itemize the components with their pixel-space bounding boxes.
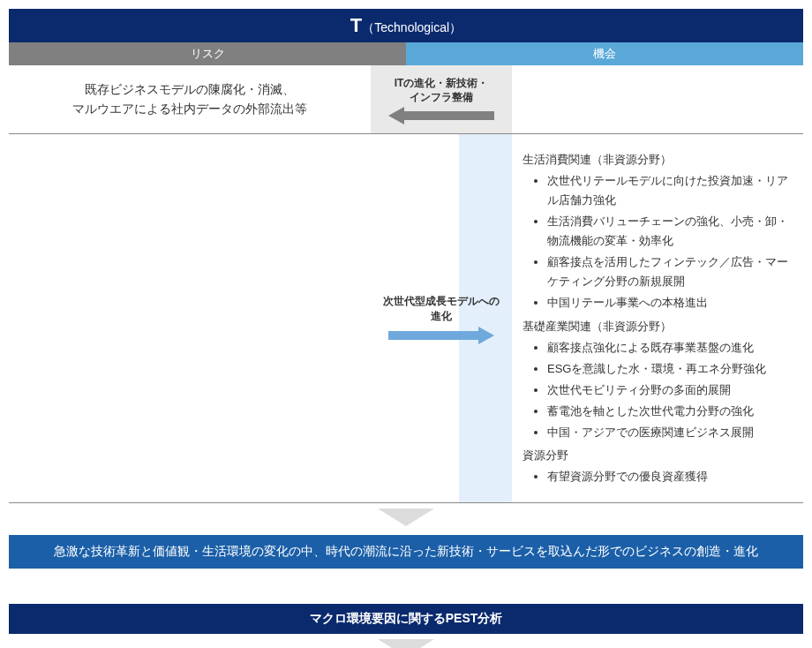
title-paren: （Technological） bbox=[362, 20, 462, 34]
category-list: 顧客接点強化による既存事業基盤の進化ESGを意識した水・環境・再エネ分野強化次世… bbox=[523, 338, 793, 442]
category-title: 基礎産業関連（非資源分野） bbox=[523, 317, 793, 336]
row-it-evolution: 既存ビジネスモデルの陳腐化・消滅、マルウエアによる社内データの外部流出等 ITの… bbox=[9, 65, 803, 134]
list-item: 蓄電池を軸とした次世代電力分野の強化 bbox=[547, 402, 793, 421]
category-list: 次世代リテールモデルに向けた投資加速・リアル店舗力強化生活消費バリューチェーンの… bbox=[523, 171, 793, 313]
row-next-gen: 次世代型成長モデルへの進化 生活消費関連（非資源分野）次世代リテールモデルに向け… bbox=[9, 134, 803, 504]
list-item: 顧客接点を活用したフィンテック／広告・マーケティング分野の新規展開 bbox=[547, 252, 793, 291]
title-abbr: T bbox=[350, 14, 362, 36]
driver-cell-2: 次世代型成長モデルへの進化 bbox=[371, 134, 512, 503]
down-triangle-icon bbox=[378, 509, 434, 526]
list-item: 中国・アジアでの医療関連ビジネス展開 bbox=[547, 423, 793, 442]
list-item: 次世代リテールモデルに向けた投資加速・リアル店舗力強化 bbox=[547, 171, 793, 210]
subheader-row: リスク 機会 bbox=[9, 42, 803, 65]
arrow-right-icon bbox=[388, 328, 494, 343]
opportunity-cell-1 bbox=[512, 65, 803, 133]
list-item: 中国リテール事業への本格進出 bbox=[547, 293, 793, 313]
subheader-risk: リスク bbox=[9, 42, 406, 65]
driver-label-2: 次世代型成長モデルへの進化 bbox=[383, 294, 500, 324]
risk-cell-2 bbox=[9, 134, 371, 503]
down-triangle-icon-2 bbox=[378, 639, 434, 648]
driver-cell-1: ITの進化・新技術・インフラ整備 bbox=[371, 65, 512, 133]
list-item: 顧客接点強化による既存事業基盤の進化 bbox=[547, 338, 793, 358]
category-title: 生活消費関連（非資源分野） bbox=[523, 150, 793, 170]
list-item: 次世代モビリティ分野の多面的展開 bbox=[547, 381, 793, 400]
category-list: 有望資源分野での優良資産獲得 bbox=[523, 467, 793, 486]
list-item: 生活消費バリューチェーンの強化、小売・卸・物流機能の変革・効率化 bbox=[547, 212, 793, 251]
macro-title-bar: マクロ環境要因に関するPEST分析 bbox=[9, 604, 803, 634]
subheader-opportunity: 機会 bbox=[406, 42, 803, 65]
summary-bar: 急激な技術革新と価値観・生活環境の変化の中、時代の潮流に沿った新技術・サービスを… bbox=[9, 535, 803, 569]
category-title: 資源分野 bbox=[523, 446, 793, 465]
arrow-left-icon bbox=[388, 109, 494, 123]
driver-label-1: ITの進化・新技術・インフラ整備 bbox=[395, 76, 489, 106]
opportunity-content: 生活消費関連（非資源分野）次世代リテールモデルに向けた投資加速・リアル店舗力強化… bbox=[512, 134, 803, 503]
list-item: ESGを意識した水・環境・再エネ分野強化 bbox=[547, 359, 793, 379]
risk-text: 既存ビジネスモデルの陳腐化・消滅、マルウエアによる社内データの外部流出等 bbox=[9, 65, 371, 133]
list-item: 有望資源分野での優良資産獲得 bbox=[547, 467, 793, 486]
section-title: T（Technological） bbox=[9, 9, 803, 42]
